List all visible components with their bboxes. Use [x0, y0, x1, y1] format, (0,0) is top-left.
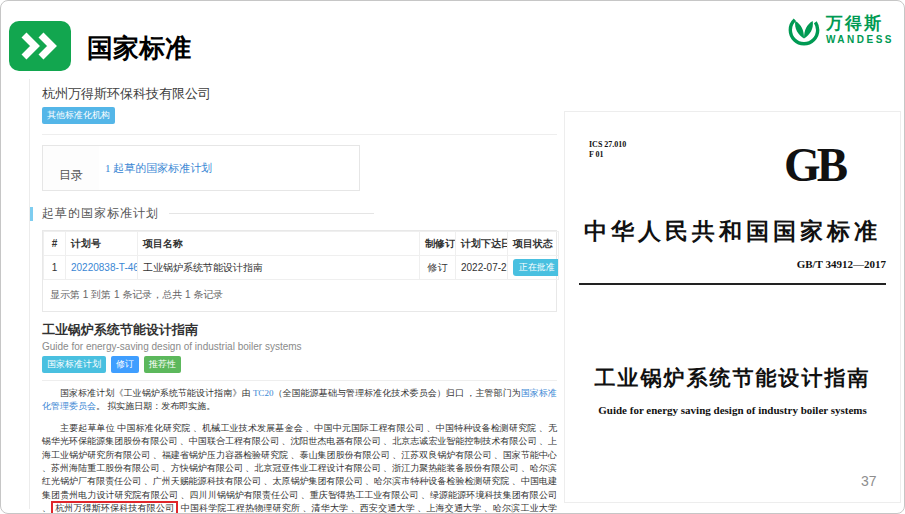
- gb-doc-title: 工业锅炉系统节能设计指南: [565, 364, 900, 392]
- plans-table: # 计划号 项目名称 制修订 计划下达日期 项目状态 1 20220838-T-…: [43, 231, 559, 280]
- gb-standard-cover: ICS 27.010 F 01 GB 中华人民共和国国家标准 GB/T 3491…: [564, 111, 901, 503]
- page-number: 37: [861, 473, 877, 489]
- standard-title: 工业锅炉系统节能设计指南: [42, 321, 557, 339]
- badge-national-plan: 国家标准计划: [42, 356, 106, 373]
- toc-link-drafted-plans[interactable]: 1 起草的国家标准计划: [99, 146, 359, 190]
- cell-issue-date: 2022-07-21: [456, 256, 508, 280]
- wandess-logo: 万得斯 WANDESS: [787, 13, 894, 47]
- col-index: #: [44, 232, 66, 256]
- standard-description: 国家标准计划《工业锅炉系统节能设计指南》由 TC20（全国能源基础与管理标准化技…: [42, 387, 557, 514]
- badge-recommended: 推荐性: [144, 356, 181, 373]
- table-header-row: # 计划号 项目名称 制修订 计划下达日期 项目状态: [44, 232, 559, 256]
- standard-badges: 国家标准计划 修订 推荐性: [42, 356, 557, 373]
- company-name: 杭州万得斯环保科技有限公司: [42, 85, 557, 103]
- status-badge: 正在批准: [513, 259, 559, 276]
- cell-project-name: 工业锅炉系统节能设计指南: [138, 256, 420, 280]
- intro-text: 国家标准计划《工业锅炉系统节能设计指南》由: [60, 388, 253, 398]
- intro-text: 。 拟实施日期：发布即实施。: [96, 401, 215, 411]
- slide: 国家标准 万得斯 WANDESS 杭州万得斯环保科技有限公司 其他标准化机构 目…: [0, 0, 905, 514]
- toc-label: 目录: [43, 146, 99, 190]
- section-line: [169, 213, 374, 214]
- gb-rule-line: [579, 283, 886, 285]
- col-status: 项目状态: [508, 232, 559, 256]
- ics-code-block: ICS 27.010 F 01: [589, 140, 626, 160]
- divider: [42, 134, 557, 135]
- gb-standard-code: GB/T 34912—2017: [797, 258, 886, 270]
- section-header: 起草的国家标准计划: [42, 205, 557, 222]
- standard-subtitle-en: Guide for energy-saving design of indust…: [42, 341, 557, 352]
- col-project-name: 项目名称: [138, 232, 420, 256]
- wandess-leaf-icon: [787, 13, 821, 47]
- badge-revision: 修订: [111, 356, 139, 373]
- intro-paragraph: 国家标准计划《工业锅炉系统节能设计指南》由 TC20（全国能源基础与管理标准化技…: [42, 387, 557, 414]
- brand-name-en: WANDESS: [826, 34, 894, 45]
- brand-text: 万得斯 WANDESS: [826, 15, 894, 45]
- plans-table-container: # 计划号 项目名称 制修订 计划下达日期 项目状态 1 20220838-T-…: [42, 230, 557, 312]
- intro-text: （全国能源基础与管理标准化技术委员会）归口 ，主管部门为: [273, 388, 520, 398]
- page-title: 国家标准: [87, 31, 191, 66]
- orgs-text: 主要起草单位 中国标准化研究院 、机械工业技术发展基金会 、中国中元国际工程有限…: [42, 423, 557, 513]
- ics-code: ICS 27.010: [589, 140, 626, 150]
- tc20-link[interactable]: TC20: [253, 388, 274, 398]
- section-title: 起草的国家标准计划: [42, 205, 159, 222]
- drafting-orgs-paragraph: 主要起草单位 中国标准化研究院 、机械工业技术发展基金会 、中国中元国际工程有限…: [42, 422, 557, 514]
- gb-logo: GB: [784, 137, 844, 192]
- chevron-right-icon: [19, 32, 61, 60]
- plan-number-link[interactable]: 20220838-T-469: [71, 262, 138, 273]
- standards-webpage-screenshot: 杭州万得斯环保科技有限公司 其他标准化机构 目录 1 起草的国家标准计划 起草的…: [29, 79, 557, 509]
- classification-code: F 01: [589, 150, 626, 160]
- brand-name-cn: 万得斯: [826, 15, 894, 34]
- gb-title-cn: 中华人民共和国国家标准: [565, 216, 900, 247]
- gb-doc-subtitle-en: Guide for energy saving design of indust…: [565, 404, 900, 416]
- cell-index: 1: [44, 256, 66, 280]
- col-revision-type: 制修订: [420, 232, 456, 256]
- section-marker: [30, 207, 33, 221]
- col-issue-date: 计划下达日期: [456, 232, 508, 256]
- company-type-badge: 其他标准化机构: [42, 107, 115, 124]
- double-chevron-icon: [9, 21, 71, 71]
- highlight-box-company: 杭州万得斯环保科技有限公司: [51, 501, 178, 514]
- col-plan-no: 计划号: [66, 232, 138, 256]
- divider: [42, 380, 557, 381]
- cell-revision-type: 修订: [420, 256, 456, 280]
- table-row: 1 20220838-T-469 工业锅炉系统节能设计指南 修订 2022-07…: [44, 256, 559, 280]
- toc-panel: 目录 1 起草的国家标准计划: [42, 145, 360, 191]
- table-record-summary: 显示第 1 到第 1 条记录，总共 1 条记录: [43, 280, 556, 311]
